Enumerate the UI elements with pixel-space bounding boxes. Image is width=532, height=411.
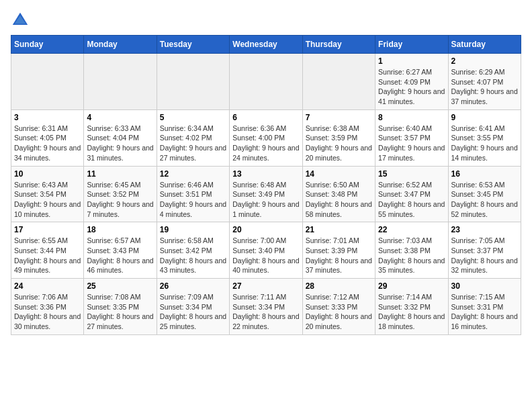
day-info: Sunrise: 7:08 AM Sunset: 3:35 PM Dayligh… (87, 292, 153, 332)
page-header (11, 11, 521, 30)
day-number: 30 (451, 281, 518, 291)
week-row-0: 1Sunrise: 6:27 AM Sunset: 4:09 PM Daylig… (11, 54, 521, 110)
day-number: 8 (378, 113, 445, 122)
logo (11, 11, 32, 30)
day-number: 1 (378, 56, 445, 66)
day-cell: 27Sunrise: 7:11 AM Sunset: 3:34 PM Dayli… (230, 279, 302, 335)
day-info: Sunrise: 6:43 AM Sunset: 3:54 PM Dayligh… (14, 180, 81, 220)
day-info: Sunrise: 7:00 AM Sunset: 3:40 PM Dayligh… (232, 236, 299, 275)
day-number: 19 (160, 225, 226, 234)
logo-icon (11, 11, 30, 30)
day-cell: 25Sunrise: 7:08 AM Sunset: 3:35 PM Dayli… (84, 279, 157, 335)
day-info: Sunrise: 6:40 AM Sunset: 3:57 PM Dayligh… (378, 124, 445, 163)
weekday-header-wednesday: Wednesday (230, 36, 302, 54)
day-number: 6 (232, 113, 299, 122)
day-number: 18 (87, 225, 153, 234)
week-row-1: 3Sunrise: 6:31 AM Sunset: 4:05 PM Daylig… (11, 109, 521, 166)
day-cell: 30Sunrise: 7:15 AM Sunset: 3:31 PM Dayli… (448, 279, 521, 335)
day-cell: 17Sunrise: 6:55 AM Sunset: 3:44 PM Dayli… (11, 222, 84, 279)
day-cell (157, 54, 229, 110)
day-number: 10 (14, 169, 81, 179)
day-number: 15 (378, 169, 445, 179)
day-cell: 22Sunrise: 7:03 AM Sunset: 3:38 PM Dayli… (375, 222, 448, 279)
day-info: Sunrise: 7:03 AM Sunset: 3:38 PM Dayligh… (378, 236, 445, 275)
day-number: 12 (160, 169, 226, 179)
day-number: 26 (160, 281, 226, 291)
day-cell: 13Sunrise: 6:48 AM Sunset: 3:49 PM Dayli… (230, 166, 302, 222)
day-info: Sunrise: 6:41 AM Sunset: 3:55 PM Dayligh… (451, 124, 518, 163)
day-cell: 16Sunrise: 6:53 AM Sunset: 3:45 PM Dayli… (448, 166, 521, 222)
day-number: 13 (232, 169, 299, 179)
day-cell (302, 54, 375, 110)
day-cell: 4Sunrise: 6:33 AM Sunset: 4:04 PM Daylig… (84, 109, 157, 166)
day-number: 27 (232, 281, 299, 291)
day-cell: 12Sunrise: 6:46 AM Sunset: 3:51 PM Dayli… (157, 166, 229, 222)
day-number: 16 (451, 169, 518, 179)
day-cell: 19Sunrise: 6:58 AM Sunset: 3:42 PM Dayli… (157, 222, 229, 279)
day-info: Sunrise: 7:15 AM Sunset: 3:31 PM Dayligh… (451, 292, 518, 332)
day-info: Sunrise: 7:12 AM Sunset: 3:33 PM Dayligh… (306, 292, 372, 332)
day-info: Sunrise: 6:48 AM Sunset: 3:49 PM Dayligh… (232, 180, 299, 220)
day-info: Sunrise: 6:53 AM Sunset: 3:45 PM Dayligh… (451, 180, 518, 220)
day-cell (230, 54, 302, 110)
day-cell: 21Sunrise: 7:01 AM Sunset: 3:39 PM Dayli… (302, 222, 375, 279)
day-cell: 11Sunrise: 6:45 AM Sunset: 3:52 PM Dayli… (84, 166, 157, 222)
day-cell: 1Sunrise: 6:27 AM Sunset: 4:09 PM Daylig… (375, 54, 448, 110)
day-info: Sunrise: 6:45 AM Sunset: 3:52 PM Dayligh… (87, 180, 153, 220)
day-info: Sunrise: 7:09 AM Sunset: 3:34 PM Dayligh… (160, 292, 226, 332)
day-number: 21 (306, 225, 372, 234)
day-info: Sunrise: 6:27 AM Sunset: 4:09 PM Dayligh… (378, 67, 445, 107)
day-info: Sunrise: 6:46 AM Sunset: 3:51 PM Dayligh… (160, 180, 226, 220)
weekday-header-sunday: Sunday (11, 36, 84, 54)
week-row-3: 17Sunrise: 6:55 AM Sunset: 3:44 PM Dayli… (11, 222, 521, 279)
day-cell: 3Sunrise: 6:31 AM Sunset: 4:05 PM Daylig… (11, 109, 84, 166)
day-cell: 23Sunrise: 7:05 AM Sunset: 3:37 PM Dayli… (448, 222, 521, 279)
week-row-4: 24Sunrise: 7:06 AM Sunset: 3:36 PM Dayli… (11, 279, 521, 335)
day-number: 11 (87, 169, 153, 179)
weekday-header-saturday: Saturday (448, 36, 521, 54)
day-info: Sunrise: 7:05 AM Sunset: 3:37 PM Dayligh… (451, 236, 518, 275)
day-info: Sunrise: 7:06 AM Sunset: 3:36 PM Dayligh… (14, 292, 81, 332)
day-number: 20 (232, 225, 299, 234)
day-number: 28 (306, 281, 372, 291)
day-cell: 7Sunrise: 6:38 AM Sunset: 3:59 PM Daylig… (302, 109, 375, 166)
weekday-header-thursday: Thursday (302, 36, 375, 54)
day-cell: 6Sunrise: 6:36 AM Sunset: 4:00 PM Daylig… (230, 109, 302, 166)
weekday-header-monday: Monday (84, 36, 157, 54)
day-info: Sunrise: 6:29 AM Sunset: 4:07 PM Dayligh… (451, 67, 518, 107)
day-cell: 28Sunrise: 7:12 AM Sunset: 3:33 PM Dayli… (302, 279, 375, 335)
day-info: Sunrise: 6:33 AM Sunset: 4:04 PM Dayligh… (87, 124, 153, 163)
day-cell: 10Sunrise: 6:43 AM Sunset: 3:54 PM Dayli… (11, 166, 84, 222)
day-cell: 9Sunrise: 6:41 AM Sunset: 3:55 PM Daylig… (448, 109, 521, 166)
day-cell: 5Sunrise: 6:34 AM Sunset: 4:02 PM Daylig… (157, 109, 229, 166)
day-number: 3 (14, 113, 81, 122)
day-cell (11, 54, 84, 110)
day-cell: 15Sunrise: 6:52 AM Sunset: 3:47 PM Dayli… (375, 166, 448, 222)
day-info: Sunrise: 6:57 AM Sunset: 3:43 PM Dayligh… (87, 236, 153, 275)
day-number: 22 (378, 225, 445, 234)
day-number: 9 (451, 113, 518, 122)
day-number: 7 (306, 113, 372, 122)
day-info: Sunrise: 6:36 AM Sunset: 4:00 PM Dayligh… (232, 124, 299, 163)
day-cell: 26Sunrise: 7:09 AM Sunset: 3:34 PM Dayli… (157, 279, 229, 335)
day-info: Sunrise: 6:34 AM Sunset: 4:02 PM Dayligh… (160, 124, 226, 163)
day-number: 29 (378, 281, 445, 291)
day-cell: 29Sunrise: 7:14 AM Sunset: 3:32 PM Dayli… (375, 279, 448, 335)
day-number: 23 (451, 225, 518, 234)
day-info: Sunrise: 6:52 AM Sunset: 3:47 PM Dayligh… (378, 180, 445, 220)
calendar-table: SundayMondayTuesdayWednesdayThursdayFrid… (11, 35, 521, 335)
weekday-header-tuesday: Tuesday (157, 36, 229, 54)
day-number: 5 (160, 113, 226, 122)
day-info: Sunrise: 6:58 AM Sunset: 3:42 PM Dayligh… (160, 236, 226, 275)
weekday-header-friday: Friday (375, 36, 448, 54)
week-row-2: 10Sunrise: 6:43 AM Sunset: 3:54 PM Dayli… (11, 166, 521, 222)
day-cell (84, 54, 157, 110)
day-number: 25 (87, 281, 153, 291)
day-cell: 2Sunrise: 6:29 AM Sunset: 4:07 PM Daylig… (448, 54, 521, 110)
day-info: Sunrise: 6:50 AM Sunset: 3:48 PM Dayligh… (306, 180, 372, 220)
day-info: Sunrise: 6:55 AM Sunset: 3:44 PM Dayligh… (14, 236, 81, 275)
day-info: Sunrise: 6:31 AM Sunset: 4:05 PM Dayligh… (14, 124, 81, 163)
day-number: 14 (306, 169, 372, 179)
day-number: 2 (451, 56, 518, 66)
day-number: 4 (87, 113, 153, 122)
